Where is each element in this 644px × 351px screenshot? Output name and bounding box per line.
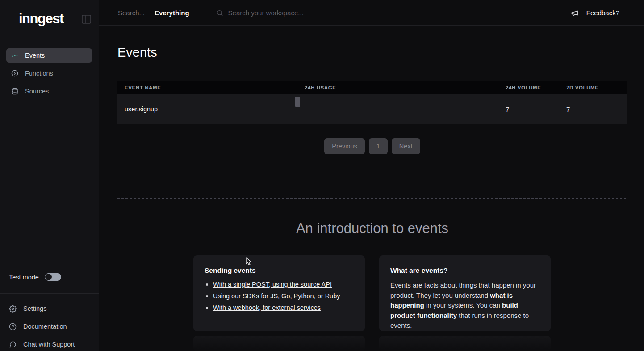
sidebar: inngest Events: [0, 0, 99, 351]
page-title: Events: [117, 45, 157, 60]
sidebar-item-label: Documentation: [23, 323, 67, 330]
webhook-link[interactable]: With a webhook, for external services: [213, 304, 321, 311]
app-window: inngest Events: [0, 0, 644, 351]
column-header-24h-volume: 24H VOLUME: [506, 85, 566, 90]
previous-page-button[interactable]: Previous: [324, 138, 364, 154]
pagination: Previous 1 Next: [117, 138, 627, 154]
next-page-button[interactable]: Next: [392, 138, 420, 154]
sidebar-item-label: Events: [25, 52, 45, 59]
source-api-link[interactable]: With a single POST, using the source API: [213, 281, 332, 288]
section-divider: [117, 198, 627, 199]
sdks-link[interactable]: Using our SDKs for JS, Go, Python, or Ru…: [213, 292, 340, 300]
topbar-divider: [208, 4, 208, 22]
events-dots-icon: [11, 52, 18, 59]
next-card-peek: [379, 336, 551, 351]
column-header-event-name: EVENT NAME: [117, 85, 305, 90]
list-item: Using our SDKs for JS, Go, Python, or Ru…: [213, 292, 354, 300]
sidebar-footer: Settings Documentation Chat with Support: [9, 300, 94, 351]
volume-24h-cell: 7: [506, 106, 566, 113]
toggle-knob: [45, 274, 52, 280]
functions-circle-chevron-icon: [11, 70, 18, 77]
sidebar-item-label: Settings: [23, 305, 46, 312]
page-number-button[interactable]: 1: [369, 138, 388, 154]
workspace-search-input[interactable]: [227, 8, 415, 17]
inngest-logo: inngest: [19, 11, 63, 27]
test-mode-toggle[interactable]: [45, 273, 61, 281]
sidebar-item-events[interactable]: Events: [6, 48, 92, 63]
help-circle-icon: [9, 323, 17, 330]
sidebar-item-documentation[interactable]: Documentation: [9, 317, 94, 335]
sidebar-item-settings[interactable]: Settings: [9, 300, 94, 317]
sidebar-nav: Events Functions Sources: [6, 48, 92, 102]
search-icon: [216, 9, 223, 17]
sidebar-divider: [0, 293, 99, 294]
sources-database-icon: [11, 88, 18, 95]
next-card-peek: [193, 336, 365, 351]
volume-7d-cell: 7: [566, 106, 627, 113]
intro-heading: An introduction to events: [117, 220, 627, 237]
mouse-cursor: [245, 257, 253, 268]
test-mode-label: Test mode: [9, 274, 39, 281]
sparkline-bar: [295, 97, 300, 107]
column-header-24h-usage: 24H USAGE: [305, 85, 506, 90]
sidebar-item-label: Sources: [25, 88, 49, 95]
sending-events-links: With a single POST, using the source API…: [205, 280, 354, 312]
what-are-events-card: What are events? Events are facts about …: [379, 255, 551, 331]
chat-bubble-icon: [9, 341, 17, 348]
card-title: Sending events: [205, 266, 354, 275]
workspace-search: [216, 8, 571, 17]
megaphone-icon[interactable]: [571, 9, 579, 17]
topbar: Search... Everything Feedback?: [99, 0, 644, 26]
feedback-link[interactable]: Feedback?: [586, 9, 619, 17]
card-title: What are events?: [390, 266, 539, 275]
table-row[interactable]: user.signup 7 7: [117, 94, 627, 124]
sidebar-item-label: Chat with Support: [23, 341, 75, 348]
column-header-7d-volume: 7D VOLUME: [566, 85, 627, 90]
sidebar-item-chat-support[interactable]: Chat with Support: [9, 335, 94, 351]
sending-events-card: Sending events With a single POST, using…: [193, 255, 365, 331]
search-scope-selector[interactable]: Everything: [155, 9, 189, 17]
list-item: With a webhook, for external services: [213, 304, 354, 312]
sidebar-item-label: Functions: [25, 70, 53, 77]
what-are-events-text: Events are facts about things that happe…: [390, 280, 539, 331]
event-name-cell: user.signup: [117, 106, 305, 113]
gear-icon: [9, 305, 17, 313]
quick-search-button[interactable]: Search...: [118, 9, 145, 17]
sidebar-item-sources[interactable]: Sources: [6, 84, 92, 98]
table-header: EVENT NAME 24H USAGE 24H VOLUME 7D VOLUM…: [117, 81, 627, 94]
test-mode-row: Test mode: [9, 273, 61, 281]
topbar-right: Feedback?: [571, 9, 619, 17]
list-item: With a single POST, using the source API: [213, 280, 354, 288]
events-table: EVENT NAME 24H USAGE 24H VOLUME 7D VOLUM…: [117, 81, 627, 124]
sidebar-collapse-icon[interactable]: [82, 15, 91, 24]
sidebar-item-functions[interactable]: Functions: [6, 66, 92, 80]
